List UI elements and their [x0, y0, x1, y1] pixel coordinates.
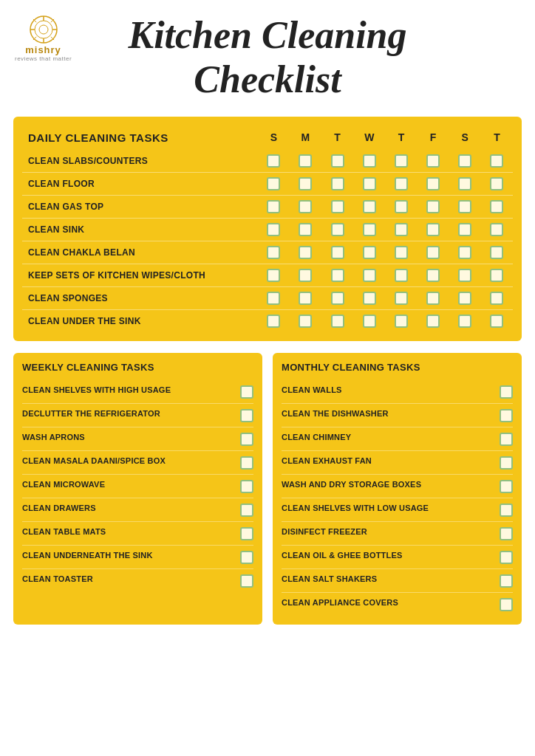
checkbox[interactable] [500, 385, 513, 399]
daily-checkbox-cell[interactable] [481, 309, 513, 332]
daily-checkbox-cell[interactable] [481, 172, 513, 195]
daily-checkbox-cell[interactable] [418, 218, 449, 241]
daily-checkbox-cell[interactable] [258, 150, 290, 173]
daily-checkbox-cell[interactable] [418, 309, 449, 332]
checkbox[interactable] [299, 315, 312, 328]
daily-checkbox-cell[interactable] [321, 150, 353, 173]
daily-checkbox-cell[interactable] [449, 286, 481, 309]
checkbox[interactable] [240, 385, 253, 399]
checkbox[interactable] [267, 315, 280, 328]
daily-checkbox-cell[interactable] [353, 218, 385, 241]
checkbox[interactable] [331, 269, 344, 282]
checkbox[interactable] [395, 154, 408, 168]
checkbox[interactable] [490, 269, 503, 282]
checkbox[interactable] [500, 598, 513, 611]
daily-checkbox-cell[interactable] [321, 218, 353, 241]
checkbox[interactable] [331, 292, 344, 305]
checkbox[interactable] [490, 223, 503, 236]
checkbox[interactable] [267, 223, 280, 236]
checkbox[interactable] [426, 177, 440, 190]
daily-checkbox-cell[interactable] [321, 286, 353, 309]
checkbox[interactable] [500, 551, 513, 564]
checkbox[interactable] [267, 269, 280, 282]
checkbox[interactable] [240, 456, 253, 470]
daily-checkbox-cell[interactable] [258, 218, 290, 241]
checkbox[interactable] [267, 200, 280, 213]
daily-checkbox-cell[interactable] [481, 150, 513, 173]
checkbox[interactable] [426, 315, 440, 328]
daily-checkbox-cell[interactable] [418, 195, 449, 218]
daily-checkbox-cell[interactable] [353, 264, 385, 286]
daily-checkbox-cell[interactable] [290, 264, 321, 286]
daily-checkbox-cell[interactable] [290, 241, 321, 264]
daily-checkbox-cell[interactable] [258, 309, 290, 332]
daily-checkbox-cell[interactable] [418, 150, 449, 173]
daily-checkbox-cell[interactable] [418, 264, 449, 286]
daily-checkbox-cell[interactable] [353, 286, 385, 309]
checkbox[interactable] [331, 177, 344, 190]
checkbox[interactable] [299, 292, 312, 305]
daily-checkbox-cell[interactable] [258, 172, 290, 195]
checkbox[interactable] [267, 292, 280, 305]
daily-checkbox-cell[interactable] [353, 172, 385, 195]
daily-checkbox-cell[interactable] [449, 264, 481, 286]
checkbox[interactable] [299, 246, 312, 259]
daily-checkbox-cell[interactable] [481, 195, 513, 218]
daily-checkbox-cell[interactable] [321, 172, 353, 195]
checkbox[interactable] [240, 527, 253, 540]
daily-checkbox-cell[interactable] [258, 241, 290, 264]
daily-checkbox-cell[interactable] [290, 172, 321, 195]
daily-checkbox-cell[interactable] [353, 150, 385, 173]
checkbox[interactable] [363, 246, 376, 259]
checkbox[interactable] [458, 269, 471, 282]
checkbox[interactable] [331, 154, 344, 168]
daily-checkbox-cell[interactable] [385, 286, 417, 309]
checkbox[interactable] [331, 223, 344, 236]
daily-checkbox-cell[interactable] [385, 218, 417, 241]
daily-checkbox-cell[interactable] [353, 195, 385, 218]
checkbox[interactable] [490, 292, 503, 305]
daily-checkbox-cell[interactable] [449, 218, 481, 241]
checkbox[interactable] [240, 433, 253, 446]
checkbox[interactable] [331, 200, 344, 213]
daily-checkbox-cell[interactable] [290, 309, 321, 332]
checkbox[interactable] [458, 315, 471, 328]
checkbox[interactable] [500, 504, 513, 517]
checkbox[interactable] [267, 177, 280, 190]
checkbox[interactable] [363, 292, 376, 305]
daily-checkbox-cell[interactable] [290, 150, 321, 173]
checkbox[interactable] [458, 292, 471, 305]
daily-checkbox-cell[interactable] [353, 241, 385, 264]
checkbox[interactable] [363, 154, 376, 168]
checkbox[interactable] [490, 177, 503, 190]
daily-checkbox-cell[interactable] [481, 286, 513, 309]
checkbox[interactable] [426, 246, 440, 259]
checkbox[interactable] [363, 315, 376, 328]
daily-checkbox-cell[interactable] [449, 241, 481, 264]
checkbox[interactable] [458, 246, 471, 259]
daily-checkbox-cell[interactable] [321, 264, 353, 286]
daily-checkbox-cell[interactable] [418, 172, 449, 195]
checkbox[interactable] [490, 246, 503, 259]
checkbox[interactable] [299, 177, 312, 190]
daily-checkbox-cell[interactable] [258, 286, 290, 309]
checkbox[interactable] [331, 246, 344, 259]
checkbox[interactable] [395, 292, 408, 305]
daily-checkbox-cell[interactable] [258, 264, 290, 286]
daily-checkbox-cell[interactable] [385, 195, 417, 218]
daily-checkbox-cell[interactable] [290, 195, 321, 218]
daily-checkbox-cell[interactable] [290, 218, 321, 241]
checkbox[interactable] [299, 223, 312, 236]
daily-checkbox-cell[interactable] [418, 286, 449, 309]
checkbox[interactable] [240, 504, 253, 517]
checkbox[interactable] [363, 177, 376, 190]
checkbox[interactable] [500, 409, 513, 422]
checkbox[interactable] [458, 223, 471, 236]
daily-checkbox-cell[interactable] [385, 150, 417, 173]
checkbox[interactable] [395, 269, 408, 282]
checkbox[interactable] [426, 292, 440, 305]
checkbox[interactable] [299, 269, 312, 282]
daily-checkbox-cell[interactable] [353, 309, 385, 332]
daily-checkbox-cell[interactable] [290, 286, 321, 309]
daily-checkbox-cell[interactable] [258, 195, 290, 218]
